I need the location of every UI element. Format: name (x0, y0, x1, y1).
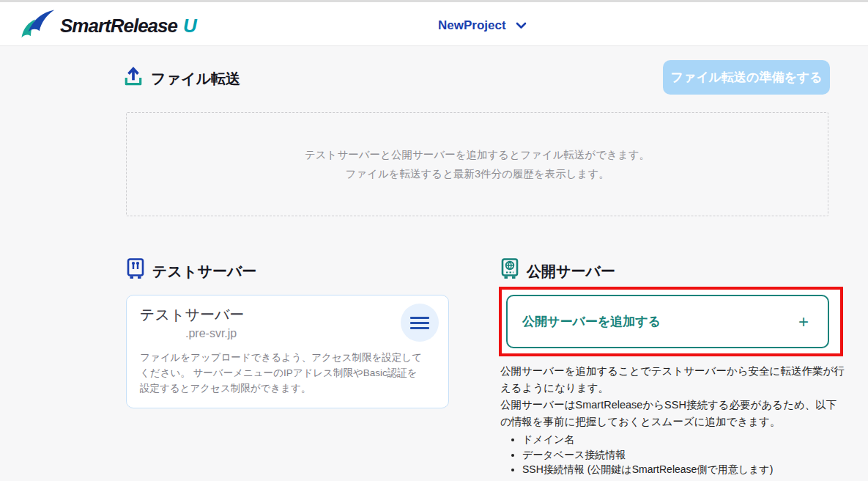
prepare-transfer-button[interactable]: ファイル転送の準備をする (663, 60, 830, 95)
requirement-item: ドメイン名 (522, 432, 847, 447)
transfer-empty-notice: テストサーバーと公開サーバーを追加するとファイル転送ができます。 ファイルを転送… (126, 112, 828, 216)
requirement-item: SSH接続情報 (公開鍵はSmartRelease側で用意します) (522, 462, 847, 477)
hamburger-menu-icon (410, 317, 429, 329)
notice-line-2: ファイルを転送すると最新3件分の履歴を表示します。 (345, 164, 609, 183)
test-server-description: ファイルをアップロードできるよう、アクセス制限を設定してください。 サーバーメニ… (140, 350, 427, 396)
public-server-description: 公開サーバーを追加することでテストサーバーから安全に転送作業が行えるようになりま… (500, 363, 847, 430)
project-name: NewProject (438, 18, 506, 33)
add-public-server-button-label: 公開サーバーを追加する (522, 313, 661, 330)
public-server-description-line-2: 公開サーバーはSmartReleaseからSSH接続する必要があるため、以下の情… (500, 397, 847, 430)
test-server-section-title: テストサーバー (152, 262, 256, 282)
annotation-highlight-rect: 公開サーバーを追加する + (499, 287, 843, 356)
test-server-icon (126, 258, 145, 279)
public-server-section-title: 公開サーバー (527, 262, 615, 282)
upload-icon (123, 67, 144, 87)
requirement-item: データベース接続情報 (522, 447, 847, 463)
public-server-icon (500, 258, 519, 279)
app-root: SmartRelease U NewProject ファイル転送 ファイル転送の… (0, 0, 868, 481)
public-server-description-line-1: 公開サーバーを追加することでテストサーバーから安全に転送作業が行えるようになりま… (500, 363, 847, 397)
chevron-down-icon (516, 19, 527, 32)
logo-text: SmartRelease (60, 15, 177, 37)
test-server-card-title: テストサーバー (140, 305, 435, 325)
header: SmartRelease U NewProject (0, 2, 868, 46)
test-server-menu-button[interactable] (401, 304, 439, 342)
test-server-card: テストサーバー .pre-svr.jp ファイルをアップロードできるよう、アクセ… (126, 295, 449, 408)
notice-line-1: テストサーバーと公開サーバーを追加するとファイル転送ができます。 (305, 145, 650, 164)
logo[interactable]: SmartRelease U (21, 10, 197, 42)
file-transfer-title: ファイル転送 (151, 69, 240, 89)
add-public-server-button[interactable]: 公開サーバーを追加する + (506, 295, 829, 348)
project-switcher[interactable]: NewProject (438, 18, 527, 33)
public-server-requirements-list: ドメイン名 データベース接続情報 SSH接続情報 (公開鍵はSmartRelea… (500, 432, 847, 477)
logo-swoosh-icon (21, 10, 56, 42)
prepare-transfer-button-label: ファイル転送の準備をする (670, 69, 822, 86)
logo-suffix: U (183, 15, 197, 37)
test-server-domain: .pre-svr.jp (185, 327, 435, 340)
plus-icon: + (798, 313, 809, 331)
